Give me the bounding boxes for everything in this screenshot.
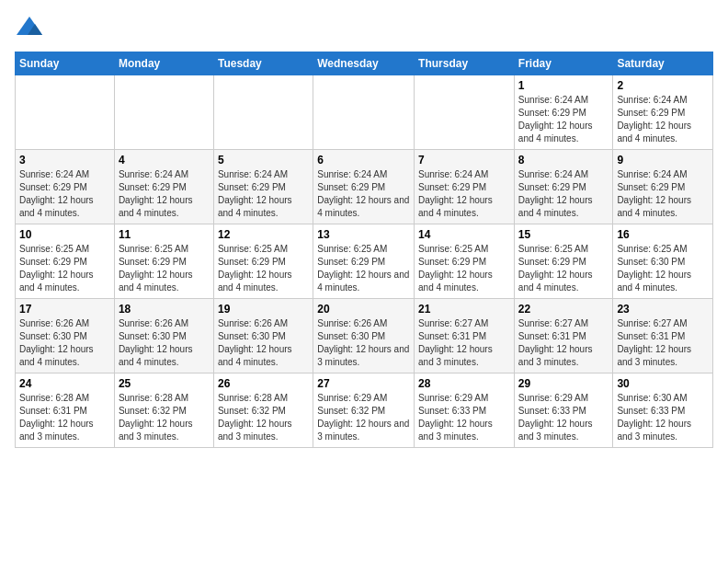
day-number: 6 (317, 154, 410, 167)
day-info: Sunrise: 6:24 AM Sunset: 6:29 PM Dayligh… (617, 168, 709, 220)
day-info: Sunrise: 6:25 AM Sunset: 6:29 PM Dayligh… (518, 243, 609, 294)
day-of-week-header: Friday (514, 52, 613, 75)
day-info: Sunrise: 6:24 AM Sunset: 6:29 PM Dayligh… (19, 168, 110, 220)
day-info: Sunrise: 6:28 AM Sunset: 6:32 PM Dayligh… (218, 392, 309, 443)
day-number: 7 (418, 154, 510, 167)
day-info: Sunrise: 6:26 AM Sunset: 6:30 PM Dayligh… (19, 317, 110, 369)
calendar-cell: 21Sunrise: 6:27 AM Sunset: 6:31 PM Dayli… (415, 299, 515, 373)
logo-icon (15, 15, 44, 40)
calendar-cell: 23Sunrise: 6:27 AM Sunset: 6:31 PM Dayli… (613, 299, 713, 373)
calendar-cell: 30Sunrise: 6:30 AM Sunset: 6:33 PM Dayli… (613, 373, 713, 448)
day-of-week-header: Sunday (16, 52, 115, 75)
calendar-cell: 9Sunrise: 6:24 AM Sunset: 6:29 PM Daylig… (613, 150, 713, 224)
day-number: 5 (218, 154, 309, 167)
calendar-cell: 10Sunrise: 6:25 AM Sunset: 6:29 PM Dayli… (16, 224, 115, 299)
day-number: 9 (617, 154, 709, 167)
day-number: 25 (119, 377, 210, 390)
day-info: Sunrise: 6:27 AM Sunset: 6:31 PM Dayligh… (617, 317, 709, 369)
day-number: 10 (19, 228, 110, 241)
day-info: Sunrise: 6:28 AM Sunset: 6:31 PM Dayligh… (19, 392, 110, 443)
day-info: Sunrise: 6:27 AM Sunset: 6:31 PM Dayligh… (418, 317, 510, 369)
calendar-cell: 3Sunrise: 6:24 AM Sunset: 6:29 PM Daylig… (16, 150, 115, 224)
day-number: 27 (317, 377, 410, 390)
calendar-header-row: SundayMondayTuesdayWednesdayThursdayFrid… (16, 52, 713, 75)
day-info: Sunrise: 6:30 AM Sunset: 6:33 PM Dayligh… (617, 392, 709, 443)
day-info: Sunrise: 6:28 AM Sunset: 6:32 PM Dayligh… (119, 392, 210, 443)
day-info: Sunrise: 6:26 AM Sunset: 6:30 PM Dayligh… (317, 317, 410, 369)
day-info: Sunrise: 6:29 AM Sunset: 6:33 PM Dayligh… (518, 392, 609, 443)
day-info: Sunrise: 6:24 AM Sunset: 6:29 PM Dayligh… (518, 94, 609, 145)
day-number: 3 (19, 154, 110, 167)
day-number: 29 (518, 377, 609, 390)
day-info: Sunrise: 6:24 AM Sunset: 6:29 PM Dayligh… (617, 94, 709, 145)
calendar-week-row: 10Sunrise: 6:25 AM Sunset: 6:29 PM Dayli… (16, 224, 713, 299)
day-number: 8 (518, 154, 609, 167)
day-of-week-header: Saturday (613, 52, 713, 75)
day-info: Sunrise: 6:25 AM Sunset: 6:29 PM Dayligh… (19, 243, 110, 294)
calendar-week-row: 24Sunrise: 6:28 AM Sunset: 6:31 PM Dayli… (16, 373, 713, 448)
calendar-cell: 27Sunrise: 6:29 AM Sunset: 6:32 PM Dayli… (313, 373, 415, 448)
day-info: Sunrise: 6:24 AM Sunset: 6:29 PM Dayligh… (119, 168, 210, 220)
calendar-cell: 22Sunrise: 6:27 AM Sunset: 6:31 PM Dayli… (514, 299, 613, 373)
day-of-week-header: Wednesday (313, 52, 415, 75)
day-number: 20 (317, 303, 410, 316)
day-number: 13 (317, 228, 410, 241)
day-number: 14 (418, 228, 510, 241)
day-info: Sunrise: 6:29 AM Sunset: 6:33 PM Dayligh… (418, 392, 510, 443)
calendar-cell: 7Sunrise: 6:24 AM Sunset: 6:29 PM Daylig… (415, 150, 515, 224)
calendar-cell: 2Sunrise: 6:24 AM Sunset: 6:29 PM Daylig… (613, 75, 713, 150)
day-info: Sunrise: 6:27 AM Sunset: 6:31 PM Dayligh… (518, 317, 609, 369)
day-number: 30 (617, 377, 709, 390)
calendar-cell: 16Sunrise: 6:25 AM Sunset: 6:30 PM Dayli… (613, 224, 713, 299)
day-number: 18 (119, 303, 210, 316)
calendar-cell: 15Sunrise: 6:25 AM Sunset: 6:29 PM Dayli… (514, 224, 613, 299)
day-number: 1 (518, 79, 609, 92)
day-number: 17 (19, 303, 110, 316)
calendar-cell (415, 75, 515, 150)
calendar-cell: 13Sunrise: 6:25 AM Sunset: 6:29 PM Dayli… (313, 224, 415, 299)
day-info: Sunrise: 6:29 AM Sunset: 6:32 PM Dayligh… (317, 392, 410, 443)
calendar-week-row: 1Sunrise: 6:24 AM Sunset: 6:29 PM Daylig… (16, 75, 713, 150)
day-info: Sunrise: 6:25 AM Sunset: 6:30 PM Dayligh… (617, 243, 709, 294)
day-info: Sunrise: 6:25 AM Sunset: 6:29 PM Dayligh… (317, 243, 410, 294)
calendar-cell: 28Sunrise: 6:29 AM Sunset: 6:33 PM Dayli… (415, 373, 515, 448)
calendar-cell: 4Sunrise: 6:24 AM Sunset: 6:29 PM Daylig… (114, 150, 213, 224)
calendar-cell: 18Sunrise: 6:26 AM Sunset: 6:30 PM Dayli… (114, 299, 213, 373)
day-info: Sunrise: 6:25 AM Sunset: 6:29 PM Dayligh… (218, 243, 309, 294)
calendar-cell: 6Sunrise: 6:24 AM Sunset: 6:29 PM Daylig… (313, 150, 415, 224)
day-info: Sunrise: 6:24 AM Sunset: 6:29 PM Dayligh… (218, 168, 309, 220)
day-of-week-header: Monday (114, 52, 213, 75)
day-number: 23 (617, 303, 709, 316)
day-number: 24 (19, 377, 110, 390)
calendar-cell: 20Sunrise: 6:26 AM Sunset: 6:30 PM Dayli… (313, 299, 415, 373)
calendar-cell: 17Sunrise: 6:26 AM Sunset: 6:30 PM Dayli… (16, 299, 115, 373)
day-of-week-header: Thursday (415, 52, 515, 75)
calendar-cell (114, 75, 213, 150)
day-info: Sunrise: 6:26 AM Sunset: 6:30 PM Dayligh… (218, 317, 309, 369)
day-number: 28 (418, 377, 510, 390)
day-number: 21 (418, 303, 510, 316)
calendar-cell: 5Sunrise: 6:24 AM Sunset: 6:29 PM Daylig… (213, 150, 313, 224)
day-info: Sunrise: 6:24 AM Sunset: 6:29 PM Dayligh… (518, 168, 609, 220)
calendar-cell: 24Sunrise: 6:28 AM Sunset: 6:31 PM Dayli… (16, 373, 115, 448)
page-header (15, 15, 713, 40)
day-number: 26 (218, 377, 309, 390)
calendar-cell: 1Sunrise: 6:24 AM Sunset: 6:29 PM Daylig… (514, 75, 613, 150)
calendar-week-row: 17Sunrise: 6:26 AM Sunset: 6:30 PM Dayli… (16, 299, 713, 373)
day-number: 16 (617, 228, 709, 241)
calendar-cell: 11Sunrise: 6:25 AM Sunset: 6:29 PM Dayli… (114, 224, 213, 299)
day-info: Sunrise: 6:24 AM Sunset: 6:29 PM Dayligh… (418, 168, 510, 220)
calendar-cell: 19Sunrise: 6:26 AM Sunset: 6:30 PM Dayli… (213, 299, 313, 373)
day-info: Sunrise: 6:24 AM Sunset: 6:29 PM Dayligh… (317, 168, 410, 220)
day-number: 4 (119, 154, 210, 167)
day-info: Sunrise: 6:25 AM Sunset: 6:29 PM Dayligh… (119, 243, 210, 294)
calendar-cell: 29Sunrise: 6:29 AM Sunset: 6:33 PM Dayli… (514, 373, 613, 448)
calendar-cell (16, 75, 115, 150)
day-info: Sunrise: 6:25 AM Sunset: 6:29 PM Dayligh… (418, 243, 510, 294)
day-number: 15 (518, 228, 609, 241)
day-number: 12 (218, 228, 309, 241)
calendar-cell: 26Sunrise: 6:28 AM Sunset: 6:32 PM Dayli… (213, 373, 313, 448)
calendar-cell (213, 75, 313, 150)
calendar-cell: 8Sunrise: 6:24 AM Sunset: 6:29 PM Daylig… (514, 150, 613, 224)
logo (15, 15, 48, 40)
